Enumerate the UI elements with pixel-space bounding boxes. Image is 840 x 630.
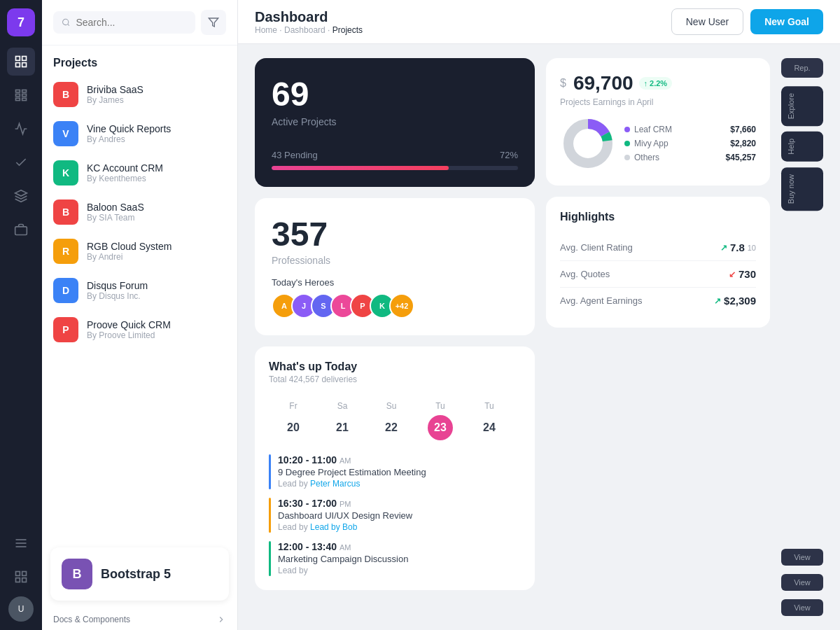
breadcrumb-dashboard[interactable]: Dashboard — [284, 25, 326, 35]
project-by: By Disqus Inc. — [87, 291, 148, 301]
view-button-3[interactable]: View — [781, 599, 823, 616]
new-user-button[interactable]: New User — [671, 8, 743, 35]
calendar-day[interactable]: Fr20 — [269, 396, 318, 446]
svg-line-20 — [68, 24, 69, 25]
svg-point-19 — [63, 19, 69, 24]
pending-label: 43 Pending — [272, 150, 318, 160]
search-box[interactable] — [53, 11, 195, 34]
breadcrumb: Home · Dashboard · Projects — [255, 25, 363, 35]
breadcrumb-home[interactable]: Home — [255, 25, 277, 35]
event-time: 16:30 - 17:00 PM — [278, 498, 412, 509]
nav-icon-briefcase[interactable] — [7, 216, 35, 244]
nav-icon-grid[interactable] — [7, 81, 35, 109]
legend-value: $45,257 — [726, 153, 756, 162]
project-by: By SIA Team — [87, 213, 144, 223]
legend-dot — [624, 155, 630, 160]
search-input[interactable] — [76, 17, 187, 28]
highlight-value: ↙ 730 — [729, 268, 756, 280]
project-item[interactable]: P Proove Quick CRM By Proove Limited — [42, 310, 237, 349]
project-item[interactable]: B Briviba SaaS By James — [42, 75, 237, 114]
calendar-day[interactable]: Tu24 — [465, 396, 514, 446]
project-by: By Andres — [87, 134, 171, 144]
nav-icon-grid2[interactable] — [7, 563, 35, 591]
project-list: B Briviba SaaS By James V Vine Quick Rep… — [42, 75, 237, 539]
event-lead-link[interactable]: Peter Marcus — [310, 479, 360, 489]
event-bar — [269, 541, 271, 576]
calendar-day[interactable]: We25 — [514, 396, 521, 446]
bootstrap-icon: B — [62, 559, 92, 589]
event-lead: Lead by Peter Marcus — [278, 479, 426, 489]
project-name: Disqus Forum — [87, 280, 148, 291]
breadcrumb-projects[interactable]: Projects — [332, 25, 363, 35]
svg-marker-21 — [209, 18, 218, 27]
buynow-tab[interactable]: Buy now — [781, 167, 823, 211]
view-button-2[interactable]: View — [781, 574, 823, 591]
help-tab[interactable]: Help — [781, 132, 823, 162]
nav-icon-layers[interactable] — [7, 182, 35, 210]
progress-percent: 72% — [500, 150, 518, 160]
event-bar — [269, 454, 271, 489]
event-content: 12:00 - 13:40 AM Marketing Campaign Disc… — [278, 541, 408, 575]
active-projects-label: Active Projects — [272, 116, 518, 127]
sidebar: Projects B Briviba SaaS By James V Vine … — [42, 0, 238, 630]
trend-icon: ↙ — [729, 270, 736, 279]
earnings-badge: ↑2.2% — [639, 77, 673, 90]
event-content: 16:30 - 17:00 PM Dashboard UI/UX Design … — [278, 498, 412, 532]
project-item[interactable]: R RGB Cloud System By Andrei — [42, 232, 237, 271]
svg-rect-1 — [22, 57, 27, 61]
project-item[interactable]: B Baloon SaaS By SIA Team — [42, 192, 237, 232]
project-item[interactable]: V Vine Quick Reports By Andres — [42, 114, 237, 153]
filter-button[interactable] — [201, 10, 226, 35]
project-item[interactable]: D Disqus Forum By Disqus Inc. — [42, 271, 237, 310]
svg-rect-17 — [16, 578, 20, 582]
highlight-label: Avg. Agent Earnings — [560, 295, 643, 306]
calendar-day[interactable]: Tu23 — [416, 396, 465, 446]
new-goal-button[interactable]: New Goal — [750, 9, 823, 34]
highlight-row: Avg. Agent Earnings ↗ $2,309 — [560, 288, 756, 314]
nav-icon-dashboard[interactable] — [7, 48, 35, 76]
main-content: Dashboard Home · Dashboard · Projects Ne… — [238, 0, 840, 630]
heroes-title: Today's Heroes — [272, 277, 518, 288]
docs-link[interactable]: Docs & Components — [42, 609, 237, 630]
project-info: RGB Cloud System By Andrei — [87, 241, 172, 262]
explore-tab[interactable]: Explore — [781, 86, 823, 126]
content-right: $ 69,700 ↑2.2% Projects Earnings in Apri… — [546, 58, 770, 616]
progress-bar-fill — [272, 166, 449, 170]
legend-value: $2,820 — [730, 139, 756, 148]
project-info: Proove Quick CRM By Proove Limited — [87, 319, 171, 340]
legend-item: Leaf CRM $7,660 — [624, 125, 756, 134]
nav-icon-chart[interactable] — [7, 115, 35, 143]
project-item[interactable]: K KC Account CRM By Keenthemes — [42, 153, 237, 192]
highlights-rows: Avg. Client Rating ↗ 7.8 10 Avg. Quotes … — [560, 234, 756, 314]
earnings-amount: 69,700 — [573, 72, 634, 94]
legend-name: Leaf CRM — [634, 125, 726, 134]
topbar: Dashboard Home · Dashboard · Projects Ne… — [238, 0, 840, 44]
calendar-day[interactable]: Su22 — [367, 396, 416, 446]
more-avatars: +42 — [389, 293, 414, 318]
svg-rect-4 — [16, 90, 20, 92]
nav-icon-menu[interactable] — [7, 529, 35, 557]
user-avatar[interactable]: U — [8, 596, 34, 622]
calendar-days: Fr20Sa21Su22Tu23Tu24We25Th26Fr27Sa28Su29… — [269, 396, 521, 446]
user-number-badge[interactable]: 7 — [7, 8, 35, 36]
project-icon: K — [53, 160, 78, 186]
heroes-section: Today's Heroes AJSLPK+42 — [272, 277, 518, 318]
project-name: KC Account CRM — [87, 162, 163, 174]
report-center-button[interactable]: Rep. — [781, 58, 823, 78]
earnings-top: $ 69,700 ↑2.2% — [560, 72, 756, 94]
svg-rect-15 — [16, 572, 20, 576]
project-icon: P — [53, 317, 78, 342]
chevron-right-icon — [216, 615, 226, 624]
event-time: 12:00 - 13:40 AM — [278, 541, 408, 552]
view-button-1[interactable]: View — [781, 549, 823, 566]
svg-rect-0 — [16, 57, 20, 61]
event-lead-link[interactable]: Lead by Bob — [310, 522, 357, 532]
side-panel: Rep. Explore Help Buy now View View View — [781, 58, 823, 616]
topbar-left: Dashboard Home · Dashboard · Projects — [255, 9, 363, 35]
event-title: Dashboard UI/UX Design Review — [278, 510, 412, 521]
event-lead: Lead by — [278, 566, 408, 575]
nav-icon-check[interactable] — [7, 148, 35, 176]
calendar-day[interactable]: Sa21 — [318, 396, 367, 446]
active-projects-count: 69 — [272, 75, 518, 113]
event-item: 12:00 - 13:40 AM Marketing Campaign Disc… — [269, 541, 521, 576]
